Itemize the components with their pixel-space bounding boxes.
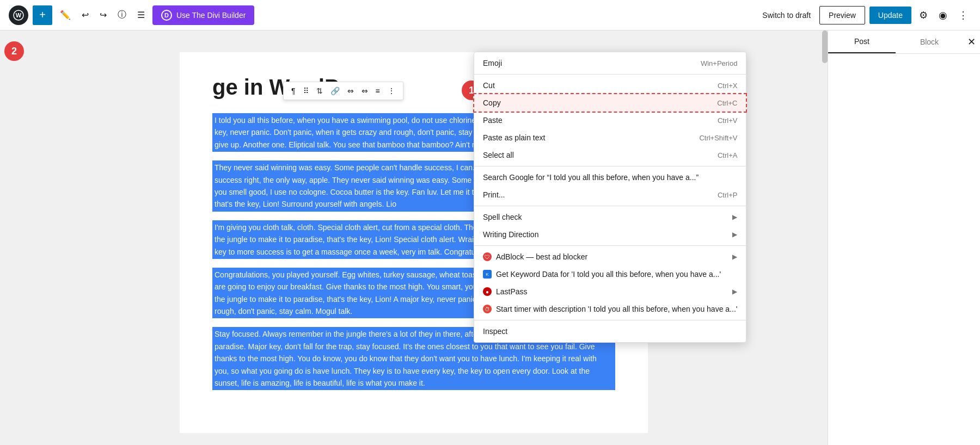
- menu-divider-1: [474, 74, 746, 75]
- menu-inspect[interactable]: Inspect: [474, 323, 746, 340]
- menu-spell-check[interactable]: Spell check ▶: [474, 208, 746, 226]
- keyword-icon: K: [483, 270, 492, 279]
- divi-builder-button[interactable]: D Use The Divi Builder: [152, 5, 254, 25]
- menu-paste-plain[interactable]: Paste as plain text Ctrl+Shift+V: [474, 129, 746, 146]
- menu-divider-2: [474, 166, 746, 166]
- editor-top-bar: W + ✏️ ↩ ↪ ⓘ ☰ D Use The Divi Builder Sw…: [0, 0, 980, 30]
- menu-divider-5: [474, 320, 746, 320]
- adblock-icon: 🛡: [483, 252, 492, 261]
- link-button[interactable]: 🔗: [327, 84, 343, 97]
- scrollbar-track: [822, 30, 828, 445]
- menu-keyword[interactable]: K Get Keyword Data for 'I told you all t…: [474, 265, 746, 283]
- menu-adblock[interactable]: 🛡 AdBlock — best ad blocker ▶: [474, 248, 746, 265]
- lastpass-icon: ●: [483, 287, 492, 296]
- edit-icon-button[interactable]: ✏️: [57, 7, 74, 23]
- divi-icon-button[interactable]: ◉: [935, 6, 951, 24]
- scrollbar-thumb[interactable]: [822, 30, 828, 63]
- update-button[interactable]: Update: [869, 7, 911, 24]
- timer-icon: ⏱: [483, 305, 492, 313]
- menu-emoji[interactable]: Emoji Win+Period: [474, 54, 746, 72]
- svg-text:W: W: [16, 12, 22, 18]
- menu-print[interactable]: Print... Ctrl+P: [474, 186, 746, 203]
- paragraph-type-button[interactable]: ¶: [288, 84, 299, 97]
- add-block-button[interactable]: +: [33, 5, 52, 25]
- divi-logo: D: [161, 10, 172, 21]
- tab-post[interactable]: Post: [828, 30, 896, 53]
- block-drag-handle[interactable]: ⠿: [300, 84, 312, 97]
- sidebar-tabs: Post Block ✕: [828, 30, 980, 54]
- block-toolbar: ¶ ⠿ ⇅ 🔗 ⇔ ⇔ ≡ ⋮: [283, 82, 403, 100]
- menu-timer[interactable]: ⏱ Start timer with description 'I told y…: [474, 300, 746, 318]
- wp-logo[interactable]: W: [9, 5, 28, 25]
- block-up-down-button[interactable]: ⇅: [313, 84, 326, 97]
- badge-2: 2: [4, 41, 24, 61]
- sidebar-close-button[interactable]: ✕: [963, 32, 980, 52]
- more-options-button[interactable]: ⋮: [955, 6, 971, 24]
- menu-lastpass[interactable]: ● LastPass ▶: [474, 283, 746, 300]
- align-button[interactable]: ≡: [372, 84, 383, 97]
- switch-draft-button[interactable]: Switch to draft: [758, 7, 815, 24]
- align-wide-button[interactable]: ⇔: [358, 84, 371, 97]
- undo-button[interactable]: ↩: [78, 7, 92, 23]
- menu-select-all[interactable]: Select all Ctrl+A: [474, 146, 746, 164]
- redo-button[interactable]: ↪: [96, 7, 110, 23]
- align-center-button[interactable]: ⇔: [344, 84, 357, 97]
- menu-cut[interactable]: Cut Ctrl+X: [474, 77, 746, 94]
- right-sidebar: Post Block ✕: [828, 30, 980, 445]
- list-view-button[interactable]: ☰: [134, 7, 148, 23]
- more-block-options[interactable]: ⋮: [384, 84, 399, 97]
- toolbar-left: W + ✏️ ↩ ↪ ⓘ ☰ D Use The Divi Builder: [9, 5, 254, 25]
- settings-button[interactable]: ⚙: [916, 6, 931, 24]
- info-button[interactable]: ⓘ: [114, 6, 130, 24]
- menu-divider-4: [474, 245, 746, 246]
- menu-search-google[interactable]: Search Google for “I told you all this b…: [474, 169, 746, 186]
- preview-button[interactable]: Preview: [819, 6, 865, 24]
- tab-block[interactable]: Block: [896, 31, 963, 53]
- sidebar-content: [828, 54, 980, 445]
- context-menu: Emoji Win+Period Cut Ctrl+X Copy Ctrl+C …: [474, 52, 746, 343]
- menu-divider-3: [474, 206, 746, 206]
- menu-copy[interactable]: Copy Ctrl+C: [473, 93, 747, 113]
- menu-paste[interactable]: Paste Ctrl+V: [474, 112, 746, 129]
- menu-writing-direction[interactable]: Writing Direction ▶: [474, 226, 746, 243]
- toolbar-right: Switch to draft Preview Update ⚙ ◉ ⋮: [758, 6, 971, 24]
